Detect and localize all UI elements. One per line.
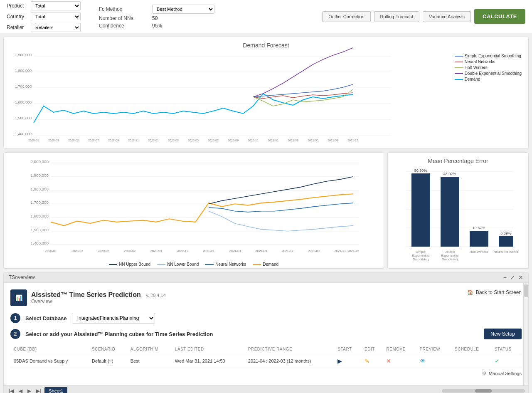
svg-text:2021-05: 2021-05 [308,139,318,142]
bar-ses [411,173,430,247]
back-to-start-button[interactable]: 🏠 Back to Start Screen [467,289,522,295]
outlier-correction-button[interactable]: Outlier Correction [322,11,370,22]
cell-preview[interactable]: 👁 [416,354,451,368]
sheet1-tab[interactable]: Sheet1 [44,387,67,393]
svg-text:Holt-Winters: Holt-Winters [470,250,488,254]
rolling-forecast-button[interactable]: Rolling Forecast [374,11,419,22]
close-button[interactable]: ✕ [518,274,523,281]
country-select[interactable]: Total [31,12,81,21]
col-start: START [334,344,361,354]
svg-text:1,400,000: 1,400,000 [30,241,49,245]
ts-title-row: 📊 AIssisted™ Time Series Prediction v. 2… [10,289,522,306]
maximize-button[interactable]: ⤢ [510,274,515,281]
ts-footer: |◀ ◀ ▶ ▶| Sheet1 [4,385,528,393]
minimize-button[interactable]: − [503,274,507,281]
svg-text:1,600,000: 1,600,000 [15,100,32,104]
svg-text:2019-05: 2019-05 [68,139,79,142]
cube-table-container: CUBE (DB) SCENARIO ALGORITHIM LAST EDITE… [10,344,522,368]
svg-text:2021-12: 2021-12 [347,139,358,142]
mpe-chart-title: Mean Percentage Error [393,158,523,164]
variance-analysis-button[interactable]: Variance Analysis [423,11,471,22]
mpe-chart: Mean Percentage Error 50.30% 48.02% [387,152,529,269]
svg-text:2021-01: 2021-01 [268,139,278,142]
step1-row: 1 Select Database IntegratedFinancialPla… [10,313,522,324]
cell-algorithm: Best [127,354,172,368]
first-sheet-button[interactable]: |◀ [7,387,15,393]
bar-des [441,177,459,247]
step2-label: Select or add your AIssisted™ Planning c… [25,331,213,337]
tsoverview-header: TSoverview − ⤢ ✕ [4,272,528,283]
tsoverview-window-title: TSoverview [9,274,35,280]
right-scrollbar[interactable] [523,283,528,385]
manual-settings-link[interactable]: ⚙ Manual Settings [10,368,522,378]
retailer-label: Retailer [7,25,27,30]
svg-text:2019-01: 2019-01 [28,139,39,142]
svg-text:Exponential: Exponential [412,254,429,257]
product-label: Product [7,3,27,9]
svg-text:2021-09: 2021-09 [328,139,338,142]
start-icon[interactable]: ▶ [337,358,342,364]
product-select[interactable]: Total [31,1,81,10]
confidence-label: Confidence [99,23,149,29]
next-sheet-button[interactable]: ▶ [26,387,33,393]
cell-edit[interactable]: ✎ [361,354,383,368]
charts-row: 2,000,000 1,900,000 1,800,000 1,700,000 … [3,152,529,269]
svg-text:1,400,000: 1,400,000 [15,132,32,136]
nn-chart: 2,000,000 1,900,000 1,800,000 1,700,000 … [3,152,384,269]
svg-text:2021-03: 2021-03 [288,139,298,142]
cell-scenario: Default (~) [89,354,127,368]
scrollbar-thumb[interactable] [475,389,492,393]
scrollbar-thumb[interactable] [524,284,528,297]
edit-icon[interactable]: ✎ [365,358,369,364]
cell-start[interactable]: ▶ [334,354,361,368]
svg-text:1,700,000: 1,700,000 [15,84,32,89]
svg-text:2020-05: 2020-05 [188,139,199,142]
ts-icon-glyph: 📊 [15,294,22,301]
cell-remove[interactable]: ✕ [383,354,416,368]
svg-text:Double: Double [444,250,455,254]
tsoverview-panel: TSoverview − ⤢ ✕ 📊 AIssisted™ Time Serie… [3,272,529,393]
legend-label-ses: Simple Exponential Smoothing [465,54,521,58]
legend-item-demand: Demand [455,77,522,82]
ts-version: v. 20.4.14 [146,293,166,298]
preview-icon[interactable]: 👁 [420,358,426,364]
svg-text:2020-05: 2020-05 [98,249,109,253]
retailer-select[interactable]: Retailers [31,23,81,32]
remove-icon[interactable]: ✕ [386,358,391,364]
col-algorithm: ALGORITHIM [127,344,172,354]
main-content: Demand Forecast Simple Exponential Smoot… [0,33,532,272]
svg-text:1,900,000: 1,900,000 [15,53,32,57]
calculate-button[interactable]: CALCULATE [474,9,525,24]
fc-method-select[interactable]: Best Method [152,5,214,14]
svg-text:2020-01: 2020-01 [45,249,57,253]
last-sheet-button[interactable]: ▶| [34,387,43,393]
mpe-chart-svg: 50.30% 48.02% 10.67% 6.89% Simple Expone… [393,168,517,259]
action-buttons: Outlier Correction Rolling Forecast Vari… [322,9,525,24]
prev-sheet-button[interactable]: ◀ [17,387,24,393]
col-schedule: SCHEDULE [451,344,491,354]
svg-text:2020-03: 2020-03 [71,249,83,253]
nn-label: Number of NNs: [99,15,149,21]
col-last-edited: LAST EDITED [172,344,245,354]
header-controls: − ⤢ ✕ [503,274,523,281]
svg-text:1,500,000: 1,500,000 [15,116,32,120]
svg-text:2020-09: 2020-09 [150,249,162,253]
col-predictive-range: PREDICTIVE RANGE [245,344,335,354]
svg-text:1,700,000: 1,700,000 [30,200,49,205]
svg-text:1,600,000: 1,600,000 [30,214,49,218]
svg-text:2021-03: 2021-03 [229,249,241,253]
svg-text:50.30%: 50.30% [414,168,427,173]
database-select[interactable]: IntegratedFinancialPlanning [72,313,155,324]
svg-text:Exponential: Exponential [441,254,458,257]
cell-last-edited: Wed Mar 31, 2021 14:50 [172,354,245,368]
ts-brand-text: AIssisted™ Time Series Prediction v. 20.… [31,291,166,304]
demand-chart-legend: Simple Exponential Smoothing Neural Netw… [455,54,522,82]
svg-text:2,000,000: 2,000,000 [30,159,49,164]
new-setup-button[interactable]: New Setup [484,329,522,339]
col-scenario: SCENARIO [89,344,127,354]
scrollbar-track[interactable] [442,389,525,393]
col-status: STATUS [491,344,522,354]
bar-nn [499,236,513,247]
ts-brand: 📊 AIssisted™ Time Series Prediction v. 2… [10,289,166,306]
legend-nn-lower: NN Lower Bound [157,262,199,267]
